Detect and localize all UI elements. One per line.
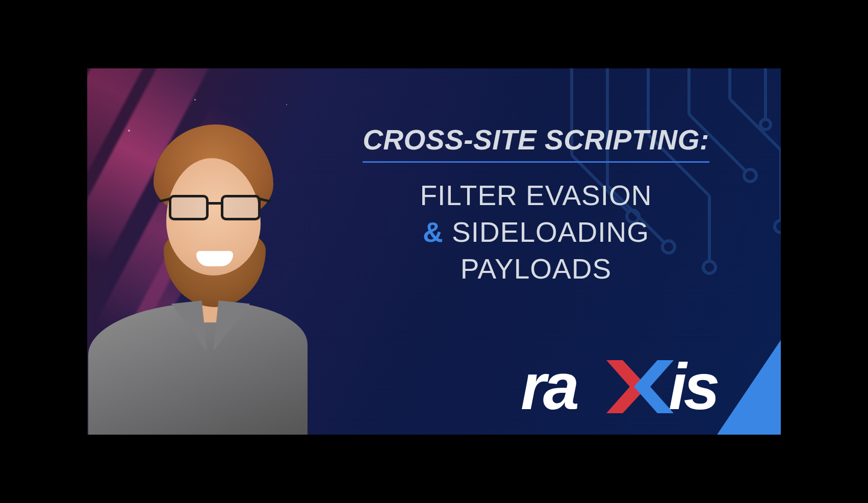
particle [286,104,287,105]
svg-marker-20 [634,360,674,413]
headline-block: CROSS-SITE SCRIPTING: FILTER EVASION & S… [327,123,745,285]
svg-point-16 [775,220,781,233]
logo-text-is: is [669,356,718,417]
presenter-photo [87,113,317,435]
subtitle-line-3: PAYLOADS [327,253,745,285]
particle [194,99,196,100]
subtitle-line-1: FILTER EVASION [327,179,745,212]
logo-text-ra: ra [521,356,578,417]
presenter-mouth [196,251,233,266]
ampersand: & [423,216,444,248]
subtitle-line-2-rest: SIDELOADING [452,216,649,248]
subtitle-line-2: & SIDELOADING [327,216,745,248]
title: CROSS-SITE SCRIPTING: [363,123,709,163]
collar [171,300,207,355]
collar [213,300,250,355]
raxis-logo: ra is [521,356,745,417]
svg-point-18 [760,119,771,130]
promo-graphic: CROSS-SITE SCRIPTING: FILTER EVASION & S… [87,68,781,435]
glasses-icon [169,195,261,223]
svg-point-12 [744,169,756,182]
